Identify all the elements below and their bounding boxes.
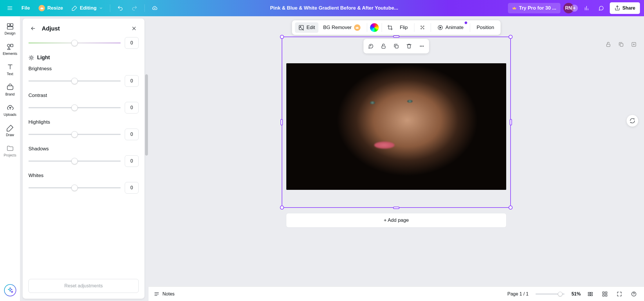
resize-handle[interactable] <box>510 119 512 125</box>
color-picker[interactable] <box>370 23 379 32</box>
whites-value[interactable]: 0 <box>125 182 139 194</box>
svg-rect-11 <box>422 27 423 28</box>
add-page-button[interactable]: + Add page <box>286 213 506 228</box>
redo-button[interactable] <box>129 2 140 14</box>
notes-button[interactable]: Notes <box>154 291 175 297</box>
editing-dropdown[interactable]: Editing <box>69 3 106 13</box>
flip-button[interactable]: Flip <box>396 22 411 33</box>
resize-handle[interactable] <box>509 206 513 210</box>
position-button[interactable]: Position <box>473 22 498 33</box>
page-lock-icon[interactable] <box>603 39 613 49</box>
svg-rect-27 <box>603 292 605 293</box>
trash-icon[interactable] <box>404 41 415 52</box>
contrast-track[interactable] <box>28 107 121 108</box>
slider-thumb[interactable] <box>71 78 78 84</box>
transparency-button[interactable] <box>417 22 428 33</box>
nav-uploads[interactable]: Uploads <box>1 102 19 119</box>
nav-design[interactable]: Design <box>1 20 19 38</box>
svg-rect-4 <box>10 44 13 47</box>
reset-adjustments-button[interactable]: Reset adjustments <box>28 279 139 293</box>
slider-thumb[interactable] <box>71 131 78 138</box>
slider-thumb[interactable] <box>71 185 78 191</box>
lock-icon[interactable] <box>378 41 389 52</box>
white-balance-track[interactable] <box>28 42 121 44</box>
resize-button[interactable]: Resize <box>36 3 66 14</box>
slider-thumb[interactable] <box>71 104 78 111</box>
thumbnail-view-icon[interactable] <box>600 289 610 299</box>
flip-label: Flip <box>400 25 408 30</box>
comment-action-icon[interactable] <box>365 41 376 52</box>
fullscreen-icon[interactable] <box>614 289 624 299</box>
rotate-fab[interactable] <box>627 115 638 127</box>
shadows-track[interactable] <box>28 161 121 162</box>
svg-rect-20 <box>607 44 610 46</box>
svg-rect-0 <box>7 24 10 26</box>
highlights-track[interactable] <box>28 134 121 135</box>
nav-elements[interactable]: Elements <box>1 41 19 58</box>
add-member-button[interactable]: + <box>571 5 578 12</box>
zoom-slider[interactable] <box>536 293 565 295</box>
duplicate-page-icon[interactable] <box>616 39 626 49</box>
help-icon[interactable] <box>629 289 639 299</box>
resize-handle[interactable] <box>509 35 513 39</box>
undo-button[interactable] <box>114 2 126 14</box>
adjust-panel: Adjust 0 Light Brightness 0 Contrast 0 <box>23 19 144 299</box>
nav-projects-label: Projects <box>4 153 16 157</box>
position-label: Position <box>477 25 494 30</box>
document-title[interactable]: Pink & Blue & White Gradient Before & Af… <box>163 5 506 11</box>
resize-handle[interactable] <box>393 35 399 38</box>
comment-icon[interactable] <box>595 2 607 14</box>
nav-brand[interactable]: Brand <box>1 81 19 99</box>
add-page-icon[interactable] <box>629 39 639 49</box>
back-button[interactable] <box>28 24 38 33</box>
close-button[interactable] <box>129 24 139 33</box>
contrast-value[interactable]: 0 <box>125 102 139 113</box>
share-button[interactable]: Share <box>610 2 640 14</box>
resize-handle[interactable] <box>281 119 283 125</box>
element-actions-toolbar <box>363 39 429 53</box>
edit-button[interactable]: Edit <box>295 22 319 33</box>
nav-design-label: Design <box>5 31 15 35</box>
bg-remover-button[interactable]: BG Remover <box>320 22 364 33</box>
cloud-sync-icon[interactable] <box>149 2 160 14</box>
svg-rect-28 <box>605 292 607 293</box>
shadows-value[interactable]: 0 <box>125 155 139 167</box>
crop-button[interactable] <box>385 22 395 33</box>
white-balance-value[interactable]: 0 <box>125 37 139 49</box>
whites-track[interactable] <box>28 187 121 188</box>
resize-handle[interactable] <box>393 207 399 209</box>
nav-projects[interactable]: Projects <box>1 142 19 160</box>
grid-view-icon[interactable] <box>585 289 595 299</box>
svg-rect-2 <box>7 27 13 29</box>
nav-text[interactable]: Text <box>1 61 19 78</box>
zoom-thumb[interactable] <box>558 292 562 296</box>
panel-scrollbar[interactable] <box>144 16 149 301</box>
brightness-track[interactable] <box>28 80 121 82</box>
svg-point-18 <box>421 46 422 46</box>
file-menu[interactable]: File <box>19 3 33 13</box>
selection-frame[interactable] <box>282 37 511 208</box>
brightness-value[interactable]: 0 <box>125 75 139 87</box>
highlights-value[interactable]: 0 <box>125 129 139 140</box>
slider-thumb[interactable] <box>71 158 78 164</box>
nav-draw-label: Draw <box>6 133 14 137</box>
scrollbar-thumb[interactable] <box>145 74 148 156</box>
animate-button[interactable]: Animate <box>434 22 467 33</box>
copy-icon[interactable] <box>391 41 402 52</box>
try-pro-button[interactable]: Try Pro for 30 ... <box>508 3 560 13</box>
adjust-title: Adjust <box>42 25 125 32</box>
insights-icon[interactable] <box>581 2 592 14</box>
canvas-stage[interactable]: + Add page <box>149 16 644 286</box>
slider-thumb[interactable] <box>71 40 78 46</box>
nav-rail: Design Elements Text Brand Uploads Draw … <box>0 16 20 301</box>
nav-elements-label: Elements <box>3 52 17 56</box>
magic-button[interactable] <box>4 284 16 296</box>
context-toolbar: Edit BG Remover Flip Animate Position <box>292 20 501 35</box>
more-icon[interactable] <box>416 41 427 52</box>
selected-image[interactable] <box>286 63 506 190</box>
shadows-label: Shadows <box>28 146 139 152</box>
resize-handle[interactable] <box>280 206 284 210</box>
hamburger-menu[interactable] <box>4 2 16 14</box>
resize-handle[interactable] <box>280 35 284 39</box>
nav-draw[interactable]: Draw <box>1 122 19 139</box>
